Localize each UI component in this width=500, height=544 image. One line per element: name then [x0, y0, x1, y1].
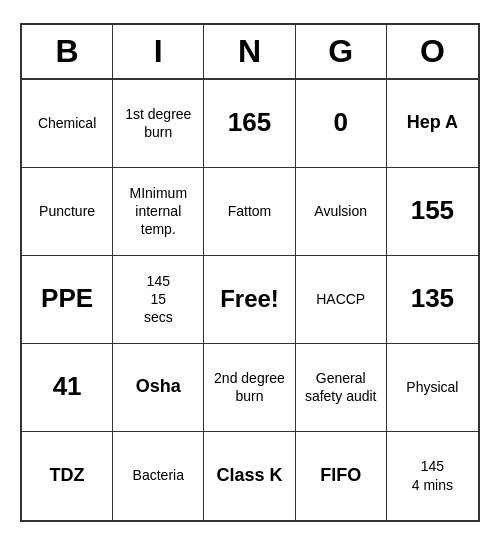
bingo-cell-r1-c4: 155 — [387, 168, 478, 256]
bingo-cell-r2-c1: 14515secs — [113, 256, 204, 344]
bingo-header: BINGO — [22, 25, 478, 80]
bingo-cell-r3-c2: 2nd degree burn — [204, 344, 295, 432]
bingo-cell-r4-c1: Bacteria — [113, 432, 204, 520]
bingo-cell-r4-c2: Class K — [204, 432, 295, 520]
bingo-card: BINGO Chemical1st degree burn1650Hep APu… — [20, 23, 480, 522]
bingo-cell-r4-c3: FIFO — [296, 432, 387, 520]
bingo-cell-r0-c4: Hep A — [387, 80, 478, 168]
bingo-cell-r4-c0: TDZ — [22, 432, 113, 520]
bingo-cell-r2-c3: HACCP — [296, 256, 387, 344]
header-letter: N — [204, 25, 295, 78]
bingo-cell-r0-c0: Chemical — [22, 80, 113, 168]
bingo-cell-r4-c4: 1454 mins — [387, 432, 478, 520]
header-letter: B — [22, 25, 113, 78]
bingo-cell-r1-c3: Avulsion — [296, 168, 387, 256]
bingo-cell-r0-c3: 0 — [296, 80, 387, 168]
bingo-grid: Chemical1st degree burn1650Hep APuncture… — [22, 80, 478, 520]
bingo-cell-r3-c0: 41 — [22, 344, 113, 432]
bingo-cell-r0-c2: 165 — [204, 80, 295, 168]
bingo-cell-r2-c2: Free! — [204, 256, 295, 344]
bingo-cell-r1-c1: MInimum internal temp. — [113, 168, 204, 256]
bingo-cell-r1-c2: Fattom — [204, 168, 295, 256]
bingo-cell-r3-c1: Osha — [113, 344, 204, 432]
header-letter: I — [113, 25, 204, 78]
bingo-cell-r2-c4: 135 — [387, 256, 478, 344]
bingo-cell-r2-c0: PPE — [22, 256, 113, 344]
header-letter: G — [296, 25, 387, 78]
bingo-cell-r0-c1: 1st degree burn — [113, 80, 204, 168]
header-letter: O — [387, 25, 478, 78]
bingo-cell-r3-c4: Physical — [387, 344, 478, 432]
bingo-cell-r3-c3: General safety audit — [296, 344, 387, 432]
bingo-cell-r1-c0: Puncture — [22, 168, 113, 256]
